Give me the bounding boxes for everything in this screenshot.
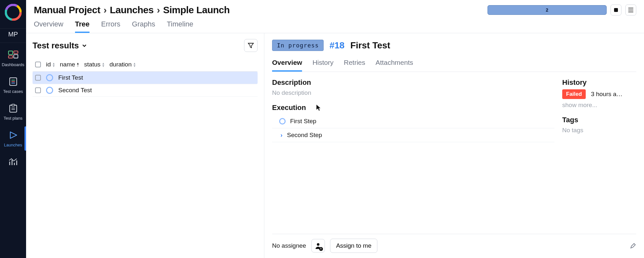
tab-graphs[interactable]: Graphs — [132, 20, 155, 33]
sort-icon: ▴▾ — [77, 62, 79, 67]
col-duration[interactable]: duration ▴▾ — [109, 61, 136, 68]
progress-indicator[interactable]: 2 — [488, 5, 607, 15]
nav-item-test-plans[interactable]: Test plans — [0, 98, 26, 125]
svg-marker-16 — [10, 132, 16, 138]
step-label: Second Step — [287, 132, 322, 139]
details-panel: In progress #18 First Test Overview Hist… — [264, 33, 644, 258]
svg-marker-22 — [317, 105, 321, 111]
chevron-right-icon: › — [280, 132, 282, 139]
dtab-attachments[interactable]: Attachments — [375, 57, 413, 72]
assign-to-me-button[interactable]: Assign to me — [330, 239, 378, 253]
item-id[interactable]: #18 — [329, 40, 345, 51]
tree-title[interactable]: Test results — [33, 41, 87, 51]
show-more-link[interactable]: show more... — [562, 102, 636, 109]
svg-rect-5 — [14, 51, 18, 53]
tags-heading: Tags — [562, 116, 636, 124]
filter-icon — [248, 42, 254, 49]
content-split: Test results id ▴▾ name ▴▾ — [26, 33, 644, 258]
nav-item-label: Dashboards — [2, 62, 24, 67]
step-status-icon — [279, 118, 286, 124]
breadcrumb-part[interactable]: Manual Project — [34, 5, 100, 15]
tags-value: No tags — [562, 127, 636, 134]
menu-button[interactable] — [625, 5, 636, 15]
sort-icon: ▴▾ — [102, 62, 104, 67]
stop-button[interactable] — [611, 5, 621, 15]
dtab-history[interactable]: History — [312, 57, 333, 72]
nav-item-analytics[interactable] — [0, 152, 26, 174]
col-id[interactable]: id ▴▾ — [46, 61, 55, 68]
history-entry[interactable]: Failed 3 hours a… — [562, 89, 636, 99]
plus-icon: + — [319, 247, 323, 251]
main-tabs: Overview Tree Errors Graphs Timeline — [26, 15, 644, 33]
nav-item-label: Test cases — [3, 89, 23, 94]
col-name[interactable]: name ▴▾ — [60, 61, 79, 68]
description-heading: Description — [272, 78, 554, 87]
history-status-badge: Failed — [562, 89, 586, 99]
row-checkbox[interactable] — [35, 75, 41, 81]
svg-rect-6 — [8, 56, 13, 58]
stop-icon — [614, 8, 618, 12]
breadcrumb-sep: › — [157, 5, 160, 15]
description-value: No description — [272, 89, 554, 96]
breadcrumb-sep: › — [103, 5, 107, 15]
left-nav: MP Dashboards Test cases Test plans — [0, 0, 26, 258]
nav-item-launches[interactable]: Launches — [0, 125, 26, 152]
execution-step[interactable]: First Step — [272, 114, 554, 128]
filter-button[interactable] — [244, 39, 258, 52]
history-time: 3 hours a… — [591, 91, 622, 98]
tab-errors[interactable]: Errors — [101, 20, 120, 33]
tab-overview[interactable]: Overview — [34, 20, 63, 33]
topbar: Manual Project › Launches › Simple Launc… — [26, 0, 644, 15]
item-title: First Test — [350, 40, 390, 51]
select-all-checkbox[interactable] — [35, 62, 41, 67]
status-badge: In progress — [272, 40, 324, 51]
edit-icon[interactable] — [630, 243, 636, 249]
sort-icon: ▴▾ — [134, 62, 136, 67]
mouse-cursor-icon — [316, 104, 321, 111]
project-code[interactable]: MP — [8, 31, 18, 38]
tab-tree[interactable]: Tree — [75, 20, 90, 33]
results-table: id ▴▾ name ▴▾ status ▴▾ duration ▴▾ — [33, 58, 258, 97]
status-circle-icon — [46, 74, 53, 81]
step-label: First Step — [290, 118, 316, 125]
breadcrumb: Manual Project › Launches › Simple Launc… — [34, 5, 230, 15]
tab-timeline[interactable]: Timeline — [167, 20, 193, 33]
details-tabs: Overview History Retries Attachments — [272, 57, 636, 72]
app-logo[interactable] — [5, 4, 22, 21]
assign-user-button[interactable]: + — [311, 239, 325, 253]
breadcrumb-part[interactable]: Simple Launch — [163, 5, 230, 15]
execution-step[interactable]: › Second Step — [272, 128, 554, 142]
row-name: First Test — [58, 74, 83, 81]
breadcrumb-part[interactable]: Launches — [110, 5, 154, 15]
sort-icon: ▴▾ — [53, 62, 55, 67]
svg-rect-7 — [14, 55, 18, 58]
table-head: id ▴▾ name ▴▾ status ▴▾ duration ▴▾ — [33, 58, 258, 72]
svg-marker-21 — [248, 43, 253, 48]
col-status[interactable]: status ▴▾ — [84, 61, 104, 68]
nav-item-label: Launches — [4, 143, 22, 147]
dtab-overview[interactable]: Overview — [272, 57, 302, 72]
nav-item-test-cases[interactable]: Test cases — [0, 72, 26, 98]
row-name: Second Test — [58, 87, 92, 94]
status-circle-icon — [46, 87, 53, 94]
nav-item-label: Test plans — [4, 116, 23, 121]
tree-panel: Test results id ▴▾ name ▴▾ — [26, 33, 264, 258]
svg-rect-4 — [8, 51, 13, 55]
chevron-down-icon — [81, 43, 87, 48]
table-row[interactable]: First Test — [33, 72, 258, 84]
history-heading: History — [562, 78, 636, 87]
dtab-retries[interactable]: Retries — [344, 57, 365, 72]
details-footer: No assignee + Assign to me — [272, 234, 636, 258]
svg-rect-13 — [12, 104, 14, 106]
execution-heading: Execution — [272, 104, 306, 112]
assignee-label: No assignee — [272, 242, 306, 249]
svg-point-23 — [317, 243, 319, 246]
row-checkbox[interactable] — [35, 87, 41, 93]
main-area: Manual Project › Launches › Simple Launc… — [26, 0, 644, 258]
tree-title-text: Test results — [33, 41, 79, 51]
table-row[interactable]: Second Test — [33, 84, 258, 97]
nav-item-dashboards[interactable]: Dashboards — [0, 45, 26, 72]
